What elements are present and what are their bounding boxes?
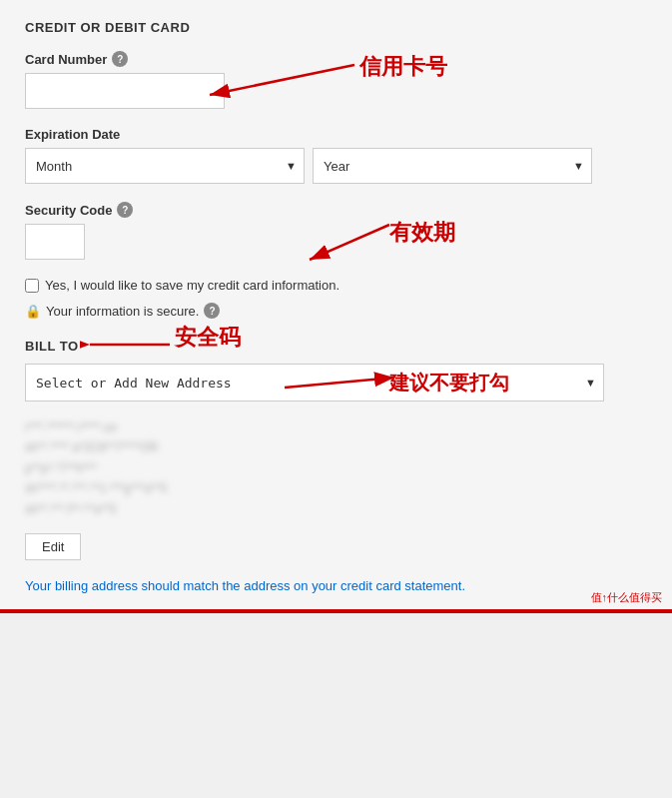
security-code-text: Security Code — [25, 203, 112, 218]
security-code-help-icon[interactable]: ? — [117, 202, 133, 218]
card-number-text: Card Number — [25, 52, 107, 67]
save-checkbox[interactable] — [25, 279, 39, 293]
address-select[interactable]: Select or Add New Address — [25, 364, 604, 401]
address-line1: r***.******.r****.un — [25, 417, 647, 437]
address-line2: sh**.**** a*2C8**7****OR — [25, 437, 647, 457]
expiration-label: Expiration Date — [25, 127, 647, 142]
month-select[interactable]: Month 010203 040506 070809 101112 — [25, 148, 305, 184]
card-number-label: Card Number ? — [25, 51, 647, 67]
red-bar — [0, 609, 672, 613]
address-select-wrapper: Select or Add New Address ▼ — [25, 364, 604, 401]
secure-help-icon[interactable]: ? — [204, 303, 220, 319]
section-title: CREDIT OR DEBIT CARD — [25, 20, 647, 35]
year-select-wrapper: Year 202420252026 202720282029 2030 ▼ — [313, 148, 592, 184]
address-block: r***.******.r****.un sh**.**** a*2C8**7*… — [25, 417, 647, 519]
lock-icon: 🔒 — [25, 304, 41, 319]
address-line5: sh**.***.f**-**a**5 — [25, 499, 647, 519]
year-select[interactable]: Year 202420252026 202720282029 2030 — [313, 148, 592, 184]
month-select-wrapper: Month 010203 040506 070809 101112 ▼ — [25, 148, 305, 184]
security-code-label: Security Code ? — [25, 202, 647, 218]
card-number-help-icon[interactable]: ? — [112, 51, 128, 67]
address-line3: p**p*.*7**h*** — [25, 458, 647, 478]
edit-button[interactable]: Edit — [25, 533, 81, 560]
address-line4: sh****.**.***.**1-***g***a**5 — [25, 478, 647, 498]
bill-to-title: BILL TO — [25, 339, 647, 354]
security-code-input[interactable] — [25, 224, 85, 260]
secure-text: Your information is secure. — [46, 304, 199, 319]
card-number-input[interactable] — [25, 73, 225, 109]
expiration-group: Expiration Date Month 010203 040506 0708… — [25, 127, 647, 184]
expiration-row: Month 010203 040506 070809 101112 ▼ Year… — [25, 148, 647, 184]
billing-notice: Your billing address should match the ad… — [25, 578, 647, 593]
save-checkbox-label: Yes, I would like to save my credit card… — [45, 278, 339, 293]
secure-row: 🔒 Your information is secure. ? — [25, 303, 647, 319]
expiration-text: Expiration Date — [25, 127, 120, 142]
card-number-group: Card Number ? — [25, 51, 647, 109]
save-checkbox-row: Yes, I would like to save my credit card… — [25, 278, 647, 293]
security-code-group: Security Code ? — [25, 202, 647, 260]
